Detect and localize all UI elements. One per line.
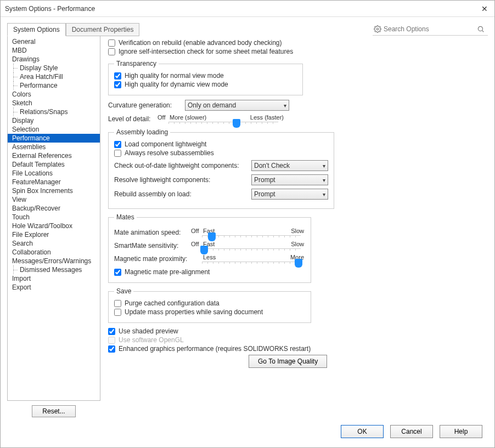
nav-item[interactable]: External References [8, 151, 100, 160]
magnetic-label: Magnetic mate proximity: [114, 255, 202, 263]
load-lightweight-checkbox[interactable] [114, 141, 121, 148]
load-lightweight-label: Load component lightweight [125, 140, 206, 148]
lod-more-label: More (slower) [170, 114, 206, 121]
nav-item[interactable]: Default Templates [8, 160, 100, 169]
goto-image-quality-button[interactable]: Go To Image Quality [249, 355, 327, 368]
top-row: System Options Document Properties [1, 17, 494, 36]
lod-row: Level of detail: Off More (slower) Less … [108, 114, 482, 124]
transparency-legend: Transparency [114, 60, 159, 67]
ignore-self-intersection-label: Ignore self-intersection check for some … [119, 48, 293, 55]
mass-label: Update mass properties while saving docu… [125, 308, 263, 316]
nav-item[interactable]: Backup/Recover [8, 204, 100, 213]
hq-dynamic-checkbox[interactable] [114, 81, 121, 88]
mass-checkbox[interactable] [114, 309, 121, 316]
transparency-group: Transparency High quality for normal vie… [108, 60, 303, 95]
shaded-preview-checkbox[interactable] [108, 328, 115, 335]
smartmate-off: Off [191, 241, 199, 247]
svg-point-0 [376, 28, 379, 30]
enhanced-graphics-label: Enhanced graphics performance (requires … [119, 345, 311, 353]
svg-line-2 [482, 30, 484, 32]
check-ood-value: Don't Check [254, 162, 290, 169]
chevron-down-icon: ▾ [284, 103, 286, 109]
chevron-down-icon: ▾ [323, 177, 325, 183]
cancel-button[interactable]: Cancel [390, 425, 433, 438]
resolve-sub-checkbox[interactable] [114, 150, 121, 157]
smartmate-slow: Slow [291, 241, 304, 247]
purge-checkbox[interactable] [114, 300, 121, 307]
nav-item[interactable]: Drawings [8, 55, 100, 64]
nav-item[interactable]: Selection [8, 125, 100, 134]
nav-item[interactable]: File Locations [8, 169, 100, 178]
nav-item[interactable]: Area Hatch/Fill [8, 72, 100, 81]
search-input[interactable] [384, 25, 477, 33]
resolve-lw-select[interactable]: Prompt▾ [251, 174, 328, 185]
verification-label: Verification on rebuild (enable advanced… [119, 39, 282, 47]
search-box[interactable] [373, 22, 488, 36]
nav-item[interactable]: Relations/Snaps [8, 107, 100, 116]
tabs: System Options Document Properties [7, 22, 139, 36]
check-ood-select[interactable]: Don't Check▾ [251, 160, 328, 171]
gear-icon [374, 25, 384, 33]
window-title: System Options - Performance [5, 5, 479, 13]
mate-anim-slow: Slow [291, 228, 304, 234]
nav-item[interactable]: Display Style [8, 64, 100, 72]
resolve-lw-value: Prompt [254, 176, 275, 184]
lod-slider[interactable]: Off More (slower) Less (faster) [168, 114, 278, 124]
nav-item[interactable]: Colors [8, 90, 100, 99]
search-icon [477, 25, 487, 33]
chevron-down-icon: ▾ [323, 163, 325, 169]
ok-button[interactable]: OK [341, 425, 384, 438]
mate-anim-off: Off [191, 228, 199, 234]
settings-panel: Verification on rebuild (enable advanced… [100, 36, 488, 417]
nav-item[interactable]: Display [8, 116, 100, 125]
nav-item[interactable]: FeatureManager [8, 178, 100, 186]
enhanced-graphics-checkbox[interactable] [108, 345, 115, 353]
save-legend: Save [114, 287, 133, 295]
content: GeneralMBDDrawingsDisplay StyleArea Hatc… [1, 36, 494, 419]
mate-anim-slider[interactable]: Off Fast Slow [202, 228, 301, 237]
nav-item[interactable]: Sketch [8, 99, 100, 107]
nav-item[interactable]: Spin Box Increments [8, 186, 100, 195]
assembly-legend: Assembly loading [114, 128, 170, 136]
smartmate-slider[interactable]: Off Fast Slow [202, 241, 301, 251]
help-button[interactable]: Help [440, 425, 482, 438]
curvature-row: Curvature generation: Only on demand ▾ [108, 100, 482, 111]
purge-label: Purge cached configuration data [125, 299, 220, 307]
hq-normal-checkbox[interactable] [114, 72, 121, 80]
resolve-lw-label: Resolve lightweight components: [114, 176, 251, 184]
opengl-label: Use software OpenGL [119, 336, 184, 344]
lod-less-label: Less (faster) [250, 114, 284, 121]
curvature-value: Only on demand [188, 101, 236, 109]
nav-item[interactable]: Messages/Errors/Warnings [8, 257, 100, 265]
nav-item[interactable]: Dismissed Messages [8, 265, 100, 274]
ignore-self-intersection-checkbox[interactable] [108, 48, 115, 55]
rebuild-label: Rebuild assembly on load: [114, 190, 251, 198]
nav-item[interactable]: Search [8, 239, 100, 248]
curvature-select[interactable]: Only on demand ▾ [185, 100, 289, 111]
magnetic-slider[interactable]: Less More [202, 254, 301, 264]
verification-checkbox[interactable] [108, 39, 115, 47]
nav-item[interactable]: Collaboration [8, 248, 100, 257]
mates-legend: Mates [114, 213, 137, 221]
nav-item[interactable]: Export [8, 283, 100, 292]
nav-item[interactable]: View [8, 195, 100, 204]
close-icon[interactable]: ✕ [479, 4, 490, 13]
nav-item[interactable]: Performance [8, 81, 100, 90]
rebuild-select[interactable]: Prompt▾ [251, 189, 328, 200]
nav-item[interactable]: MBD [8, 46, 100, 55]
tab-document-properties[interactable]: Document Properties [66, 23, 140, 36]
prealign-checkbox[interactable] [114, 269, 121, 276]
nav-item[interactable]: Hole Wizard/Toolbox [8, 222, 100, 230]
tab-system-options[interactable]: System Options [7, 23, 66, 36]
hq-dynamic-label: High quality for dynamic view mode [125, 81, 228, 88]
nav-item[interactable]: File Explorer [8, 230, 100, 239]
nav-item[interactable]: Touch [8, 213, 100, 222]
mate-anim-label: Mate animation speed: [114, 229, 202, 236]
reset-button[interactable]: Reset... [32, 405, 75, 417]
nav-item[interactable]: Import [8, 274, 100, 283]
nav-item[interactable]: Assemblies [8, 143, 100, 151]
opengl-checkbox [108, 337, 115, 344]
nav-item[interactable]: Performance [8, 134, 100, 143]
nav-item[interactable]: General [8, 37, 100, 46]
bottom-bar: OK Cancel Help [1, 419, 494, 444]
